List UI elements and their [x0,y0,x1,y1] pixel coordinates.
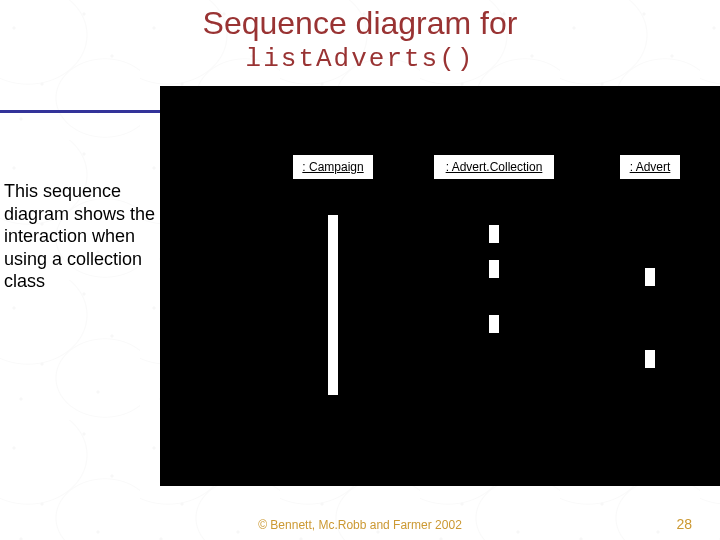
page-number: 28 [676,516,692,532]
diagram-canvas [160,86,720,486]
activation-advert-2 [645,350,655,368]
activation-collection-3 [489,315,499,333]
activation-campaign [328,215,338,395]
page-subtitle: listAdverts() [0,44,720,74]
lifeline-campaign: : Campaign [293,155,373,179]
copyright: © Bennett, Mc.Robb and Farmer 2002 [258,518,462,532]
side-description: This sequence diagram shows the interact… [4,180,159,293]
activation-collection-2 [489,260,499,278]
lifeline-advert-collection: : Advert.Collection [434,155,554,179]
page-title: Sequence diagram for [0,0,720,42]
activation-advert-1 [645,268,655,286]
lifeline-advert: : Advert [620,155,680,179]
activation-collection-1 [489,225,499,243]
